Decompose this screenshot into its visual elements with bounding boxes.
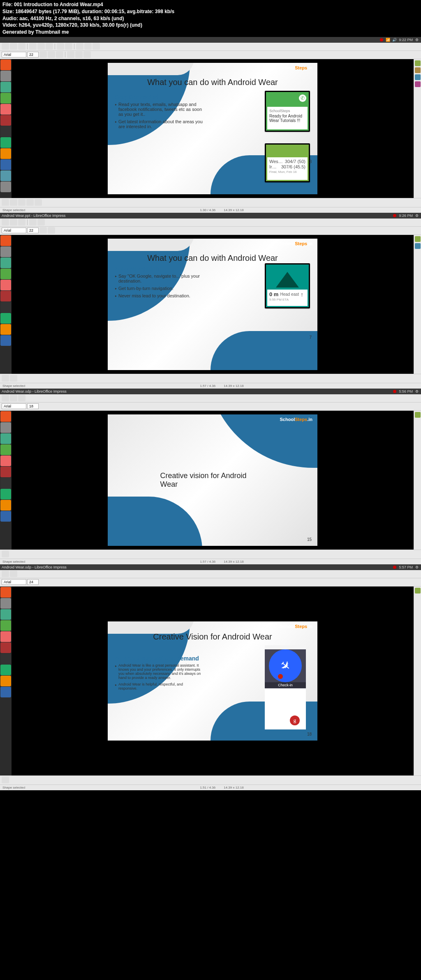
copy-icon[interactable] bbox=[37, 43, 45, 50]
save-icon[interactable] bbox=[18, 219, 25, 225]
pointer-icon[interactable] bbox=[2, 777, 9, 783]
line-icon[interactable] bbox=[10, 375, 17, 382]
firefox-icon[interactable] bbox=[0, 631, 11, 642]
files-icon[interactable] bbox=[0, 598, 11, 609]
dash-icon[interactable] bbox=[0, 411, 11, 422]
new-icon[interactable] bbox=[2, 571, 9, 577]
font-name-input[interactable]: Arial bbox=[2, 52, 26, 58]
font-name-input[interactable]: Arial bbox=[2, 228, 26, 233]
redo-icon[interactable] bbox=[37, 219, 45, 225]
text-icon[interactable] bbox=[35, 199, 42, 206]
properties-icon[interactable] bbox=[415, 236, 421, 242]
properties-icon[interactable] bbox=[415, 412, 421, 418]
ellipse-icon[interactable] bbox=[26, 199, 34, 206]
image-icon[interactable] bbox=[93, 43, 100, 50]
font-size-input[interactable]: 18 bbox=[27, 403, 39, 409]
marble-icon[interactable] bbox=[0, 511, 11, 522]
slide-canvas[interactable]: SchoolSteps.in Creative Vision for Andro… bbox=[12, 587, 414, 775]
files-icon[interactable] bbox=[0, 422, 11, 433]
pointer-icon[interactable] bbox=[2, 199, 9, 206]
gimp-icon[interactable] bbox=[0, 444, 11, 455]
font-size-input[interactable]: 24 bbox=[27, 579, 39, 585]
align-center-icon[interactable] bbox=[75, 51, 83, 58]
files-icon[interactable] bbox=[0, 71, 11, 81]
navigator-icon[interactable] bbox=[415, 81, 421, 87]
gallery-icon[interactable] bbox=[415, 243, 421, 249]
italic-icon[interactable] bbox=[48, 227, 55, 234]
styles-icon[interactable] bbox=[415, 67, 421, 73]
chart-icon[interactable] bbox=[76, 43, 83, 50]
save-icon[interactable] bbox=[18, 43, 25, 50]
settings-icon[interactable] bbox=[0, 182, 11, 192]
open-icon[interactable] bbox=[10, 43, 17, 50]
font-size-input[interactable]: 22 bbox=[27, 52, 39, 58]
dash-icon[interactable] bbox=[0, 235, 11, 246]
font-size-input[interactable]: 22 bbox=[27, 228, 39, 233]
font-name-input[interactable]: Arial bbox=[2, 579, 26, 585]
firefox-icon[interactable] bbox=[0, 104, 11, 115]
marble-icon[interactable] bbox=[0, 159, 11, 170]
terminal-icon[interactable] bbox=[0, 302, 11, 313]
gimp-icon[interactable] bbox=[0, 269, 11, 279]
new-icon[interactable] bbox=[2, 219, 9, 225]
open-icon[interactable] bbox=[10, 395, 17, 401]
vlc-icon[interactable] bbox=[0, 324, 11, 335]
gimp-icon[interactable] bbox=[0, 620, 11, 631]
align-right-icon[interactable] bbox=[83, 51, 91, 58]
line-icon[interactable] bbox=[10, 199, 17, 206]
pointer-icon[interactable] bbox=[2, 375, 9, 382]
redo-icon[interactable] bbox=[65, 43, 72, 50]
new-icon[interactable] bbox=[2, 395, 9, 401]
table-icon[interactable] bbox=[84, 43, 92, 50]
filezilla-icon[interactable] bbox=[0, 467, 11, 477]
filezilla-icon[interactable] bbox=[0, 642, 11, 653]
save-icon[interactable] bbox=[18, 395, 25, 401]
firefox-icon[interactable] bbox=[0, 280, 11, 290]
italic-icon[interactable] bbox=[48, 51, 55, 58]
terminal-icon[interactable] bbox=[0, 126, 11, 137]
writer-icon[interactable] bbox=[0, 313, 11, 324]
gimp-icon[interactable] bbox=[0, 93, 11, 104]
vlc-icon[interactable] bbox=[0, 148, 11, 159]
filezilla-icon[interactable] bbox=[0, 115, 11, 126]
bold-icon[interactable] bbox=[39, 51, 47, 58]
paste-icon[interactable] bbox=[46, 43, 53, 50]
dash-icon[interactable] bbox=[0, 587, 11, 598]
marble-icon[interactable] bbox=[0, 335, 11, 346]
rect-icon[interactable] bbox=[18, 199, 25, 206]
bold-icon[interactable] bbox=[39, 227, 47, 234]
writer-icon[interactable] bbox=[0, 489, 11, 499]
dash-icon[interactable] bbox=[0, 60, 11, 70]
undo-icon[interactable] bbox=[57, 43, 64, 50]
undo-icon[interactable] bbox=[29, 219, 37, 225]
open-icon[interactable] bbox=[10, 571, 17, 577]
vlc-icon[interactable] bbox=[0, 500, 11, 511]
slide-canvas[interactable]: SchoolSteps.in What you can do with Andr… bbox=[12, 235, 414, 374]
doc-icon[interactable] bbox=[0, 82, 11, 92]
gallery-icon[interactable] bbox=[415, 74, 421, 80]
writer-icon[interactable] bbox=[0, 665, 11, 675]
software-icon[interactable] bbox=[0, 170, 11, 181]
slide-canvas[interactable]: SchoolSteps.in What you can do with Andr… bbox=[12, 59, 414, 198]
cut-icon[interactable] bbox=[29, 43, 37, 50]
align-left-icon[interactable] bbox=[67, 51, 74, 58]
open-icon[interactable] bbox=[10, 219, 17, 225]
filezilla-icon[interactable] bbox=[0, 291, 11, 301]
font-name-input[interactable]: Arial bbox=[2, 403, 26, 409]
files-icon[interactable] bbox=[0, 246, 11, 257]
marble-icon[interactable] bbox=[0, 687, 11, 697]
vlc-icon[interactable] bbox=[0, 676, 11, 686]
new-icon[interactable] bbox=[2, 43, 9, 50]
writer-icon[interactable] bbox=[0, 137, 11, 148]
properties-icon[interactable] bbox=[415, 60, 421, 66]
firefox-icon[interactable] bbox=[0, 455, 11, 466]
doc-icon[interactable] bbox=[0, 258, 11, 268]
terminal-icon[interactable] bbox=[0, 478, 11, 488]
properties-icon[interactable] bbox=[415, 588, 421, 594]
doc-icon[interactable] bbox=[0, 609, 11, 620]
slide-canvas[interactable]: SchoolSteps.in Creative vision for Andro… bbox=[12, 411, 414, 550]
terminal-icon[interactable] bbox=[0, 653, 11, 664]
pointer-icon[interactable] bbox=[2, 551, 9, 557]
doc-icon[interactable] bbox=[0, 433, 11, 444]
underline-icon[interactable] bbox=[56, 51, 63, 58]
